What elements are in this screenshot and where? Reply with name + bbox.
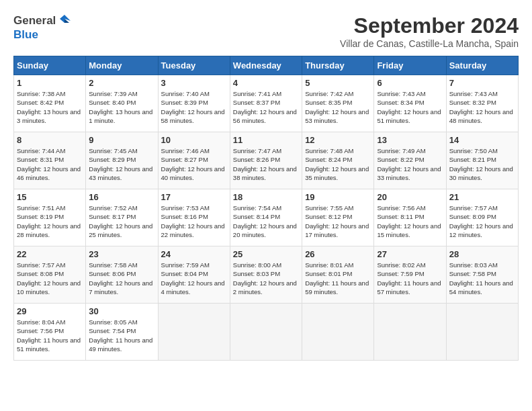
day-number: 10 bbox=[161, 135, 227, 145]
day-number: 5 bbox=[305, 78, 371, 88]
day-number: 14 bbox=[449, 135, 515, 145]
logo-bird-icon bbox=[57, 13, 72, 28]
day-number: 15 bbox=[17, 192, 83, 202]
calendar-day-cell: 26 Sunrise: 8:01 AMSunset: 8:01 PMDaylig… bbox=[302, 246, 374, 304]
day-number: 11 bbox=[233, 135, 299, 145]
calendar-day-cell: 2 Sunrise: 7:39 AMSunset: 8:40 PMDayligh… bbox=[86, 75, 158, 132]
day-number: 7 bbox=[449, 78, 515, 88]
calendar-day-cell: 20 Sunrise: 7:56 AMSunset: 8:11 PMDaylig… bbox=[374, 189, 446, 246]
day-info: Sunrise: 8:03 AMSunset: 7:58 PMDaylight:… bbox=[449, 261, 515, 296]
calendar-day-cell: 14 Sunrise: 7:50 AMSunset: 8:21 PMDaylig… bbox=[446, 132, 518, 189]
calendar-day-cell: 13 Sunrise: 7:49 AMSunset: 8:22 PMDaylig… bbox=[374, 132, 446, 189]
day-info: Sunrise: 7:40 AMSunset: 8:39 PMDaylight:… bbox=[161, 89, 227, 125]
calendar-day-cell: 11 Sunrise: 7:47 AMSunset: 8:26 PMDaylig… bbox=[230, 132, 302, 189]
calendar-day-cell: 16 Sunrise: 7:52 AMSunset: 8:17 PMDaylig… bbox=[86, 189, 158, 246]
day-info: Sunrise: 7:43 AMSunset: 8:32 PMDaylight:… bbox=[449, 89, 515, 125]
calendar-day-cell: 27 Sunrise: 8:02 AMSunset: 7:59 PMDaylig… bbox=[374, 246, 446, 304]
day-number: 9 bbox=[89, 135, 154, 145]
header-saturday: Saturday bbox=[446, 56, 518, 75]
day-info: Sunrise: 8:04 AMSunset: 7:56 PMDaylight:… bbox=[17, 318, 83, 353]
header-thursday: Thursday bbox=[302, 56, 374, 75]
calendar-day-cell: 12 Sunrise: 7:48 AMSunset: 8:24 PMDaylig… bbox=[302, 132, 374, 189]
calendar-table: Sunday Monday Tuesday Wednesday Thursday… bbox=[13, 56, 519, 361]
calendar-day-cell: 7 Sunrise: 7:43 AMSunset: 8:32 PMDayligh… bbox=[446, 75, 518, 132]
calendar-day-cell: 9 Sunrise: 7:45 AMSunset: 8:29 PMDayligh… bbox=[86, 132, 158, 189]
day-info: Sunrise: 7:51 AMSunset: 8:19 PMDaylight:… bbox=[17, 203, 83, 239]
location-subtitle: Villar de Canas, Castille-La Mancha, Spa… bbox=[340, 38, 519, 49]
calendar-day-cell: 8 Sunrise: 7:44 AMSunset: 8:31 PMDayligh… bbox=[14, 132, 86, 189]
calendar-week-row: 1 Sunrise: 7:38 AMSunset: 8:42 PMDayligh… bbox=[14, 75, 519, 132]
header-tuesday: Tuesday bbox=[158, 56, 230, 75]
day-info: Sunrise: 7:52 AMSunset: 8:17 PMDaylight:… bbox=[89, 203, 154, 239]
logo-blue: Blue bbox=[13, 28, 38, 42]
day-number: 26 bbox=[305, 249, 371, 259]
calendar-day-cell: 6 Sunrise: 7:43 AMSunset: 8:34 PMDayligh… bbox=[374, 75, 446, 132]
day-info: Sunrise: 8:01 AMSunset: 8:01 PMDaylight:… bbox=[305, 261, 371, 296]
day-number: 8 bbox=[17, 135, 83, 145]
day-info: Sunrise: 7:49 AMSunset: 8:22 PMDaylight:… bbox=[377, 146, 443, 182]
calendar-week-row: 29 Sunrise: 8:04 AMSunset: 7:56 PMDaylig… bbox=[14, 304, 519, 361]
day-info: Sunrise: 7:59 AMSunset: 8:04 PMDaylight:… bbox=[161, 261, 227, 296]
calendar-week-row: 22 Sunrise: 7:57 AMSunset: 8:08 PMDaylig… bbox=[14, 246, 519, 304]
calendar-day-cell: 15 Sunrise: 7:51 AMSunset: 8:19 PMDaylig… bbox=[14, 189, 86, 246]
day-info: Sunrise: 7:45 AMSunset: 8:29 PMDaylight:… bbox=[89, 146, 154, 182]
month-year-title: September 2024 bbox=[340, 13, 519, 38]
calendar-day-cell: 3 Sunrise: 7:40 AMSunset: 8:39 PMDayligh… bbox=[158, 75, 230, 132]
calendar-day-cell: 25 Sunrise: 8:00 AMSunset: 8:03 PMDaylig… bbox=[230, 246, 302, 304]
calendar-day-cell: 10 Sunrise: 7:46 AMSunset: 8:27 PMDaylig… bbox=[158, 132, 230, 189]
header-friday: Friday bbox=[374, 56, 446, 75]
day-info: Sunrise: 7:54 AMSunset: 8:14 PMDaylight:… bbox=[233, 203, 299, 239]
day-info: Sunrise: 7:42 AMSunset: 8:35 PMDaylight:… bbox=[305, 89, 371, 125]
calendar-day-cell: 23 Sunrise: 7:58 AMSunset: 8:06 PMDaylig… bbox=[86, 246, 158, 304]
calendar-day-cell: 17 Sunrise: 7:53 AMSunset: 8:16 PMDaylig… bbox=[158, 189, 230, 246]
calendar-day-cell: 4 Sunrise: 7:41 AMSunset: 8:37 PMDayligh… bbox=[230, 75, 302, 132]
day-info: Sunrise: 8:02 AMSunset: 7:59 PMDaylight:… bbox=[377, 261, 443, 296]
calendar-day-cell bbox=[446, 304, 518, 361]
day-number: 23 bbox=[89, 249, 154, 259]
calendar-day-cell bbox=[374, 304, 446, 361]
day-number: 21 bbox=[449, 192, 515, 202]
day-info: Sunrise: 8:05 AMSunset: 7:54 PMDaylight:… bbox=[89, 318, 154, 353]
day-info: Sunrise: 7:39 AMSunset: 8:40 PMDaylight:… bbox=[89, 89, 154, 125]
day-number: 12 bbox=[305, 135, 371, 145]
day-info: Sunrise: 7:58 AMSunset: 8:06 PMDaylight:… bbox=[89, 261, 154, 296]
day-number: 13 bbox=[377, 135, 443, 145]
calendar-day-cell bbox=[302, 304, 374, 361]
title-section: September 2024 Villar de Canas, Castille… bbox=[340, 13, 519, 49]
calendar-day-cell: 21 Sunrise: 7:57 AMSunset: 8:09 PMDaylig… bbox=[446, 189, 518, 246]
header-wednesday: Wednesday bbox=[230, 56, 302, 75]
day-number: 2 bbox=[89, 78, 154, 88]
weekday-header-row: Sunday Monday Tuesday Wednesday Thursday… bbox=[14, 56, 519, 75]
calendar-day-cell: 5 Sunrise: 7:42 AMSunset: 8:35 PMDayligh… bbox=[302, 75, 374, 132]
day-number: 24 bbox=[161, 249, 227, 259]
day-info: Sunrise: 8:00 AMSunset: 8:03 PMDaylight:… bbox=[233, 261, 299, 296]
day-info: Sunrise: 7:55 AMSunset: 8:12 PMDaylight:… bbox=[305, 203, 371, 239]
day-number: 22 bbox=[17, 249, 83, 259]
day-number: 4 bbox=[233, 78, 299, 88]
day-info: Sunrise: 7:47 AMSunset: 8:26 PMDaylight:… bbox=[233, 146, 299, 182]
header-sunday: Sunday bbox=[14, 56, 86, 75]
calendar-day-cell: 19 Sunrise: 7:55 AMSunset: 8:12 PMDaylig… bbox=[302, 189, 374, 246]
day-number: 6 bbox=[377, 78, 443, 88]
calendar-week-row: 15 Sunrise: 7:51 AMSunset: 8:19 PMDaylig… bbox=[14, 189, 519, 246]
calendar-day-cell: 18 Sunrise: 7:54 AMSunset: 8:14 PMDaylig… bbox=[230, 189, 302, 246]
day-info: Sunrise: 7:57 AMSunset: 8:09 PMDaylight:… bbox=[449, 203, 515, 239]
calendar-day-cell bbox=[158, 304, 230, 361]
header-monday: Monday bbox=[86, 56, 158, 75]
page-header: General Blue September 2024 Villar de Ca… bbox=[13, 13, 519, 49]
calendar-week-row: 8 Sunrise: 7:44 AMSunset: 8:31 PMDayligh… bbox=[14, 132, 519, 189]
day-info: Sunrise: 7:50 AMSunset: 8:21 PMDaylight:… bbox=[449, 146, 515, 182]
logo-general: General bbox=[13, 14, 56, 28]
day-info: Sunrise: 7:56 AMSunset: 8:11 PMDaylight:… bbox=[377, 203, 443, 239]
day-number: 29 bbox=[17, 306, 83, 316]
day-info: Sunrise: 7:53 AMSunset: 8:16 PMDaylight:… bbox=[161, 203, 227, 239]
day-info: Sunrise: 7:46 AMSunset: 8:27 PMDaylight:… bbox=[161, 146, 227, 182]
day-number: 27 bbox=[377, 249, 443, 259]
day-number: 3 bbox=[161, 78, 227, 88]
day-number: 20 bbox=[377, 192, 443, 202]
calendar-day-cell: 28 Sunrise: 8:03 AMSunset: 7:58 PMDaylig… bbox=[446, 246, 518, 304]
calendar-day-cell: 30 Sunrise: 8:05 AMSunset: 7:54 PMDaylig… bbox=[86, 304, 158, 361]
day-info: Sunrise: 7:43 AMSunset: 8:34 PMDaylight:… bbox=[377, 89, 443, 125]
calendar-day-cell: 24 Sunrise: 7:59 AMSunset: 8:04 PMDaylig… bbox=[158, 246, 230, 304]
calendar-day-cell: 29 Sunrise: 8:04 AMSunset: 7:56 PMDaylig… bbox=[14, 304, 86, 361]
